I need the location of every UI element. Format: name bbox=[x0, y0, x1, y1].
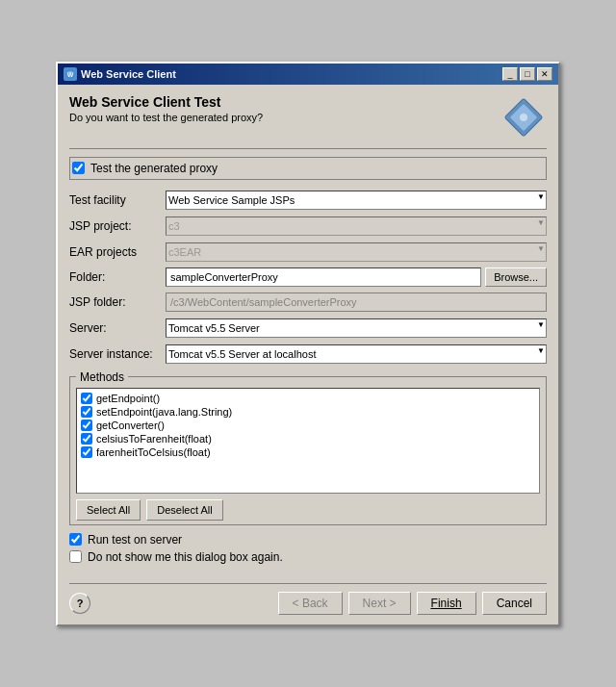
method-label: setEndpoint(java.lang.String) bbox=[96, 406, 232, 418]
test-facility-select[interactable]: Web Service Sample JSPs bbox=[166, 191, 547, 210]
proxy-checkbox[interactable] bbox=[72, 162, 85, 174]
run-test-checkbox[interactable] bbox=[69, 533, 82, 546]
server-instance-wrapper: Tomcat v5.5 Server at localhost bbox=[166, 344, 547, 364]
window-icon: W bbox=[64, 67, 77, 81]
finish-label-text: Finish bbox=[431, 597, 462, 610]
server-instance-row: Server instance: Tomcat v5.5 Server at l… bbox=[69, 344, 547, 365]
header-text: Web Service Client Test Do you want to t… bbox=[69, 94, 263, 123]
method-checkbox-2[interactable] bbox=[81, 420, 92, 431]
ear-projects-row: EAR projects c3EAR bbox=[69, 242, 547, 263]
method-checkbox-1[interactable] bbox=[81, 406, 92, 418]
method-checkbox-4[interactable] bbox=[81, 446, 92, 458]
title-bar-left: W Web Service Client bbox=[64, 67, 176, 81]
test-facility-wrapper: Web Service Sample JSPs bbox=[166, 191, 547, 210]
method-label: getEndpoint() bbox=[96, 393, 160, 404]
proxy-checkbox-row: Test the generated proxy bbox=[69, 157, 547, 180]
jsp-project-select[interactable]: c3 bbox=[166, 216, 547, 236]
run-test-row: Run test on server bbox=[69, 533, 547, 547]
method-item: getEndpoint() bbox=[81, 393, 535, 404]
deselect-all-button[interactable]: Deselect All bbox=[146, 499, 222, 521]
method-label: getConverter() bbox=[96, 420, 165, 431]
server-select[interactable]: Tomcat v5.5 Server bbox=[166, 318, 547, 338]
help-button[interactable]: ? bbox=[69, 593, 90, 614]
footer-left: ? bbox=[69, 593, 90, 614]
cancel-button[interactable]: Cancel bbox=[482, 592, 547, 615]
methods-legend: Methods bbox=[76, 370, 128, 384]
method-item: getConverter() bbox=[81, 420, 535, 431]
title-bar: W Web Service Client _ □ ✕ bbox=[58, 64, 558, 85]
method-item: celsiusToFarenheit(float) bbox=[81, 433, 535, 445]
jsp-folder-control bbox=[166, 293, 547, 312]
next-button[interactable]: Next > bbox=[348, 592, 411, 615]
jsp-folder-row: JSP folder: bbox=[69, 292, 547, 313]
select-deselect-row: Select All Deselect All bbox=[76, 499, 540, 521]
run-test-label: Run test on server bbox=[88, 533, 182, 547]
method-item: farenheitToCelsius(float) bbox=[81, 446, 535, 458]
method-label: celsiusToFarenheit(float) bbox=[96, 433, 212, 445]
main-window: W Web Service Client _ □ ✕ Web Service C… bbox=[56, 62, 560, 626]
close-button[interactable]: ✕ bbox=[537, 67, 552, 81]
method-checkbox-3[interactable] bbox=[81, 433, 92, 445]
no-show-row: Do not show me this dialog box again. bbox=[69, 550, 547, 564]
server-instance-select[interactable]: Tomcat v5.5 Server at localhost bbox=[166, 344, 547, 364]
no-show-checkbox[interactable] bbox=[69, 550, 82, 563]
folder-label: Folder: bbox=[69, 270, 166, 284]
dialog-subtitle: Do you want to test the generated proxy? bbox=[69, 112, 263, 123]
finish-button[interactable]: Finish bbox=[417, 592, 476, 615]
server-label: Server: bbox=[69, 321, 166, 335]
jsp-folder-input bbox=[166, 293, 547, 312]
title-buttons: _ □ ✕ bbox=[502, 67, 552, 81]
method-checkbox-0[interactable] bbox=[81, 393, 92, 404]
back-button[interactable]: < Back bbox=[278, 592, 343, 615]
methods-list: getEndpoint()setEndpoint(java.lang.Strin… bbox=[76, 388, 540, 494]
server-instance-label: Server instance: bbox=[69, 347, 166, 361]
svg-text:W: W bbox=[67, 71, 74, 78]
minimize-button[interactable]: _ bbox=[502, 67, 518, 81]
browse-button[interactable]: Browse... bbox=[485, 267, 547, 287]
folder-input-area: Browse... bbox=[166, 267, 547, 287]
methods-group: Methods getEndpoint()setEndpoint(java.la… bbox=[69, 370, 547, 525]
folder-input[interactable] bbox=[166, 267, 481, 287]
header-section: Web Service Client Test Do you want to t… bbox=[69, 94, 547, 149]
method-item: setEndpoint(java.lang.String) bbox=[81, 406, 535, 418]
maximize-button[interactable]: □ bbox=[520, 67, 535, 81]
ear-projects-wrapper: c3EAR bbox=[166, 242, 547, 262]
bottom-checkboxes: Run test on server Do not show me this d… bbox=[69, 533, 547, 564]
jsp-folder-label: JSP folder: bbox=[69, 295, 166, 309]
ear-projects-label: EAR projects bbox=[69, 245, 166, 259]
server-wrapper: Tomcat v5.5 Server bbox=[166, 318, 547, 338]
header-icon-area bbox=[500, 94, 547, 140]
diamond-icon bbox=[502, 96, 545, 139]
jsp-project-label: JSP project: bbox=[69, 219, 166, 233]
method-label: farenheitToCelsius(float) bbox=[96, 446, 211, 458]
select-all-button[interactable]: Select All bbox=[76, 499, 141, 521]
dialog-title: Web Service Client Test bbox=[69, 94, 263, 110]
window-title: Web Service Client bbox=[81, 68, 176, 80]
ear-projects-select[interactable]: c3EAR bbox=[166, 242, 547, 262]
svg-point-4 bbox=[520, 114, 527, 121]
server-row: Server: Tomcat v5.5 Server bbox=[69, 318, 547, 339]
dialog-content: Web Service Client Test Do you want to t… bbox=[58, 85, 558, 624]
folder-row: Folder: Browse... bbox=[69, 267, 547, 287]
footer-buttons: < Back Next > Finish Cancel bbox=[278, 592, 547, 615]
no-show-label: Do not show me this dialog box again. bbox=[88, 550, 283, 564]
test-facility-label: Test facility bbox=[69, 193, 166, 207]
dialog-footer: ? < Back Next > Finish Cancel bbox=[69, 583, 547, 615]
test-facility-row: Test facility Web Service Sample JSPs bbox=[69, 190, 547, 211]
jsp-project-wrapper: c3 bbox=[166, 216, 547, 236]
proxy-label: Test the generated proxy bbox=[90, 162, 218, 175]
jsp-project-row: JSP project: c3 bbox=[69, 216, 547, 237]
